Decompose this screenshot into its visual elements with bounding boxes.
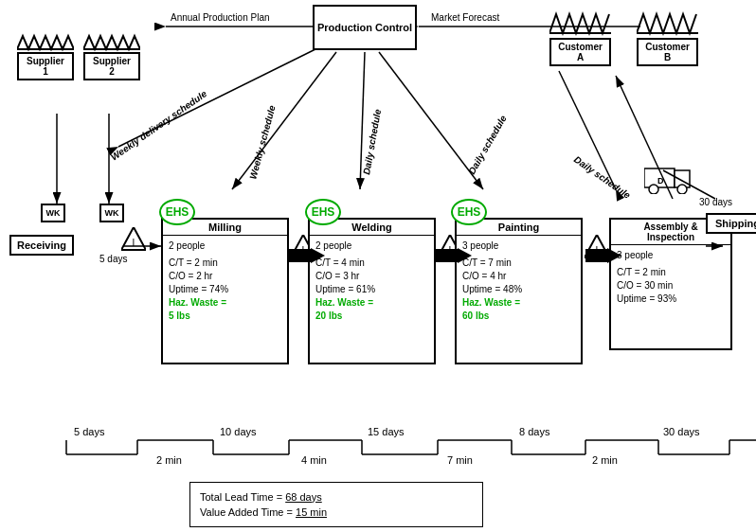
welding-box: Welding 2 people C/T = 4 min C/O = 3 hr … bbox=[308, 218, 436, 364]
vat-line: Value Added Time = 15 min bbox=[200, 505, 327, 521]
timeline-mins-3: 7 min bbox=[447, 454, 473, 466]
receiving-label: Receiving bbox=[17, 239, 66, 251]
timeline-days-4: 8 days bbox=[519, 426, 549, 437]
shipping-label: Shipping bbox=[715, 218, 756, 229]
assembly-ct: C/T = 2 min bbox=[617, 266, 725, 279]
production-control-box: Production Control bbox=[313, 5, 417, 50]
svg-point-63 bbox=[677, 185, 687, 194]
ehs-milling: EHS bbox=[159, 199, 195, 225]
wk-box-2: WK bbox=[99, 204, 124, 222]
painting-co: C/O = 4 hr bbox=[462, 270, 575, 283]
timeline-days-5: 30 days bbox=[663, 426, 700, 437]
production-control-label: Production Control bbox=[317, 22, 412, 33]
customer-b-label: CustomerB bbox=[637, 38, 698, 66]
svg-line-10 bbox=[559, 71, 616, 189]
svg-text:I: I bbox=[133, 238, 135, 248]
svg-line-8 bbox=[360, 52, 365, 189]
summary-box: Total Lead Time = 68 days Value Added Ti… bbox=[189, 482, 483, 527]
welding-ct: C/T = 4 min bbox=[315, 257, 428, 270]
svg-text:D: D bbox=[657, 176, 664, 186]
truck-icon: D bbox=[644, 161, 692, 196]
svg-text:Daily schedule: Daily schedule bbox=[572, 154, 633, 201]
welding-people: 2 people bbox=[315, 239, 428, 253]
svg-text:I: I bbox=[302, 245, 305, 256]
svg-text:I: I bbox=[449, 245, 452, 256]
diagram: Annual Production Plan Market Forecast bbox=[0, 0, 756, 532]
days-receiving: 5 days bbox=[99, 254, 127, 264]
svg-text:Daily schedule: Daily schedule bbox=[361, 108, 383, 175]
milling-haz: Haz. Waste =5 lbs bbox=[169, 296, 281, 323]
painting-ct: C/T = 7 min bbox=[462, 257, 575, 270]
timeline-days-3: 15 days bbox=[368, 426, 405, 437]
svg-text:Annual Production Plan: Annual Production Plan bbox=[171, 12, 270, 23]
svg-line-6 bbox=[118, 47, 319, 147]
shipping-days: 30 days bbox=[699, 197, 732, 207]
vat-value: 15 min bbox=[296, 506, 327, 518]
painting-people: 3 people bbox=[462, 239, 575, 253]
supplier-2-label: Supplier2 bbox=[83, 52, 140, 80]
factory-1-roof bbox=[17, 28, 74, 52]
inv-triangle-receiving: I bbox=[121, 227, 146, 254]
welding-co: C/O = 3 hr bbox=[315, 270, 428, 283]
milling-ct: C/T = 2 min bbox=[169, 257, 281, 270]
ehs-welding: EHS bbox=[305, 199, 341, 225]
assembly-co: C/O = 30 min bbox=[617, 279, 725, 293]
lead-time-line: Total Lead Time = 68 days bbox=[200, 489, 322, 505]
receiving-box: Receiving bbox=[9, 235, 74, 256]
shipping-box: Shipping bbox=[706, 213, 756, 234]
milling-box: Milling 2 people C/T = 2 min C/O = 2 hr … bbox=[161, 218, 289, 364]
inv-triangle-painting: I bbox=[585, 235, 609, 261]
svg-text:Weekly schedule: Weekly schedule bbox=[247, 104, 278, 181]
customer-a: CustomerA bbox=[549, 5, 611, 66]
customer-b-roof bbox=[637, 5, 698, 38]
painting-haz: Haz. Waste =60 lbs bbox=[462, 296, 575, 323]
supplier-1: Supplier1 bbox=[17, 28, 74, 80]
timeline-mins-2: 4 min bbox=[301, 454, 327, 466]
timeline-days-2: 10 days bbox=[220, 426, 257, 437]
assembly-box: Assembly &Inspection 3 people C/T = 2 mi… bbox=[609, 218, 732, 350]
svg-point-62 bbox=[649, 185, 658, 194]
milling-uptime: Uptime = 74% bbox=[169, 283, 281, 296]
wk-box-1: WK bbox=[41, 204, 65, 222]
painting-uptime: Uptime = 48% bbox=[462, 283, 575, 296]
svg-line-7 bbox=[232, 52, 336, 189]
milling-people: 2 people bbox=[169, 239, 281, 253]
welding-haz: Haz. Waste =20 lbs bbox=[315, 296, 428, 323]
assembly-uptime: Uptime = 93% bbox=[617, 293, 725, 306]
svg-text:Daily schedule: Daily schedule bbox=[466, 113, 509, 176]
svg-text:Weekly delivery schedule: Weekly delivery schedule bbox=[109, 88, 209, 163]
timeline-days-1: 5 days bbox=[74, 426, 104, 437]
svg-line-9 bbox=[379, 52, 483, 189]
milling-co: C/O = 2 hr bbox=[169, 270, 281, 283]
factory-2-roof bbox=[83, 28, 140, 52]
lead-time-value: 68 days bbox=[285, 491, 322, 503]
timeline-mins-4: 2 min bbox=[592, 454, 618, 466]
customer-a-roof bbox=[549, 5, 611, 38]
ehs-painting: EHS bbox=[451, 199, 487, 225]
svg-text:I: I bbox=[596, 245, 599, 256]
welding-uptime: Uptime = 61% bbox=[315, 283, 428, 296]
assembly-people: 3 people bbox=[617, 249, 725, 262]
svg-text:Market Forecast: Market Forecast bbox=[431, 12, 499, 23]
supplier-2: Supplier2 bbox=[83, 28, 140, 80]
supplier-1-label: Supplier1 bbox=[17, 52, 74, 80]
painting-box: Painting 3 people C/T = 7 min C/O = 4 hr… bbox=[455, 218, 583, 364]
customer-b: CustomerB bbox=[637, 5, 698, 66]
customer-a-label: CustomerA bbox=[549, 38, 611, 66]
timeline-mins-1: 2 min bbox=[156, 454, 182, 466]
